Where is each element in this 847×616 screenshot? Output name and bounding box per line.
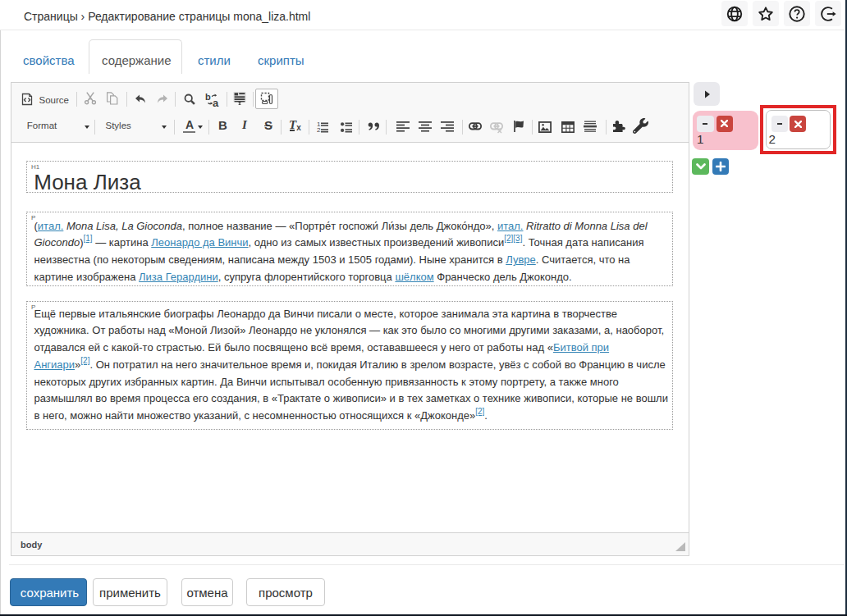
svg-text:b: b bbox=[205, 92, 211, 102]
svg-text:a: a bbox=[213, 97, 219, 107]
svg-text:2: 2 bbox=[317, 126, 321, 133]
